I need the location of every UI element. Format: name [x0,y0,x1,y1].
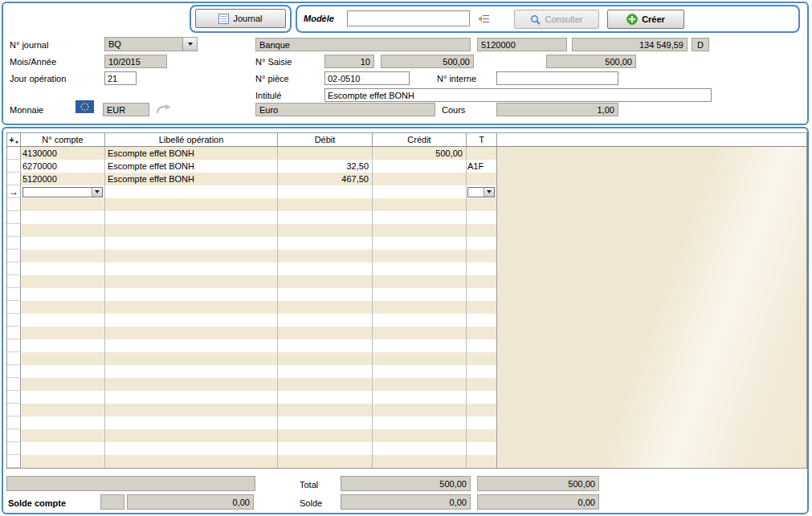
cell-type[interactable] [467,185,497,198]
cell-type[interactable] [467,442,497,455]
cell-type[interactable] [467,224,497,237]
intitule-input[interactable] [324,88,712,102]
cell-credit[interactable] [373,365,467,378]
cell-credit[interactable] [373,404,467,416]
cell-debit[interactable] [278,185,373,198]
cell-type[interactable] [467,211,497,224]
cell-compte[interactable]: 4130000 [21,147,105,160]
cell-credit[interactable] [373,262,467,275]
creer-button[interactable]: Créer [607,10,684,29]
cell-type[interactable] [467,173,497,185]
cell-libelle[interactable] [105,198,278,211]
row-selector[interactable] [7,237,21,250]
row-selector[interactable] [7,442,21,455]
row-selector[interactable] [7,173,21,185]
table-row[interactable] [7,211,806,224]
cell-type[interactable] [467,275,497,288]
row-selector[interactable] [7,339,21,352]
cell-debit[interactable] [278,275,373,288]
cell-debit[interactable] [278,442,373,455]
cell-libelle[interactable] [105,288,278,301]
table-row[interactable] [7,391,806,404]
cell-debit[interactable]: 467,50 [278,173,373,185]
currency-conversion-button[interactable] [153,101,175,117]
cell-debit[interactable] [278,352,373,365]
cell-type[interactable] [467,237,497,250]
cell-compte[interactable]: 5120000 [21,173,105,185]
cell-type[interactable] [467,416,497,429]
cell-type[interactable]: A1F [467,160,497,173]
row-selector[interactable] [7,147,21,160]
n-piece-input[interactable] [324,71,410,85]
cell-compte[interactable] [21,352,105,365]
cell-type[interactable] [467,339,497,352]
cell-compte[interactable] [21,237,105,250]
n-journal-select[interactable]: BQ [104,37,198,51]
cell-compte[interactable] [21,275,105,288]
cell-credit[interactable] [373,173,467,185]
cell-libelle[interactable]: Escompte effet BONH [105,173,278,185]
row-selector[interactable] [7,224,21,237]
row-selector[interactable] [7,314,21,327]
cell-compte[interactable] [21,198,105,211]
table-row[interactable] [7,442,806,455]
row-selector[interactable] [7,455,21,468]
cell-credit[interactable] [373,198,467,211]
cell-compte[interactable] [21,224,105,237]
cell-compte[interactable] [21,365,105,378]
cell-credit[interactable] [373,288,467,301]
cell-debit[interactable]: 32,50 [278,160,373,173]
cell-libelle[interactable] [105,301,278,314]
cell-debit[interactable] [278,237,373,250]
cell-credit[interactable] [373,224,467,237]
cell-compte[interactable] [21,416,105,429]
cell-debit[interactable] [278,301,373,314]
table-row[interactable] [7,237,806,250]
cell-libelle[interactable] [105,339,278,352]
table-row[interactable] [7,275,806,288]
table-row[interactable] [7,339,806,352]
cell-credit[interactable] [373,237,467,250]
cell-credit[interactable] [373,301,467,314]
cell-type[interactable] [467,391,497,404]
chevron-down-icon[interactable] [484,188,494,197]
table-row[interactable] [7,224,806,237]
n-interne-input[interactable] [496,71,618,85]
cell-credit[interactable] [373,416,467,429]
cell-libelle[interactable]: Escompte effet BONH [105,160,278,173]
cell-libelle[interactable] [105,185,278,198]
cell-compte[interactable] [21,301,105,314]
cell-compte[interactable] [21,442,105,455]
cell-credit[interactable] [373,429,467,442]
cell-debit[interactable] [278,211,373,224]
cell-credit[interactable] [373,352,467,365]
journal-button[interactable]: Journal [195,9,286,28]
cell-libelle[interactable] [105,327,278,339]
cell-credit[interactable]: 500,00 [373,147,467,160]
compte-combo-input[interactable] [22,187,103,197]
cell-credit[interactable] [373,275,467,288]
cell-type[interactable] [467,147,497,160]
cell-debit[interactable] [278,147,373,160]
row-selector[interactable] [7,262,21,275]
cell-credit[interactable] [373,391,467,404]
cell-compte[interactable] [21,429,105,442]
cell-type[interactable] [467,404,497,416]
row-selector[interactable] [7,301,21,314]
table-row[interactable] [7,327,806,339]
table-row[interactable]: 5120000Escompte effet BONH467,50 [7,173,806,185]
cell-debit[interactable] [278,455,373,468]
cell-libelle[interactable] [105,429,278,442]
cell-compte[interactable] [21,314,105,327]
cell-debit[interactable] [278,339,373,352]
cell-compte[interactable] [21,185,105,198]
consulter-button[interactable]: Consulter [514,10,599,29]
cell-credit[interactable] [373,160,467,173]
table-row[interactable] [7,262,806,275]
cell-debit[interactable] [278,250,373,262]
cell-credit[interactable] [373,442,467,455]
cell-libelle[interactable] [105,404,278,416]
table-row[interactable] [7,250,806,262]
cell-debit[interactable] [278,391,373,404]
cell-credit[interactable] [373,211,467,224]
